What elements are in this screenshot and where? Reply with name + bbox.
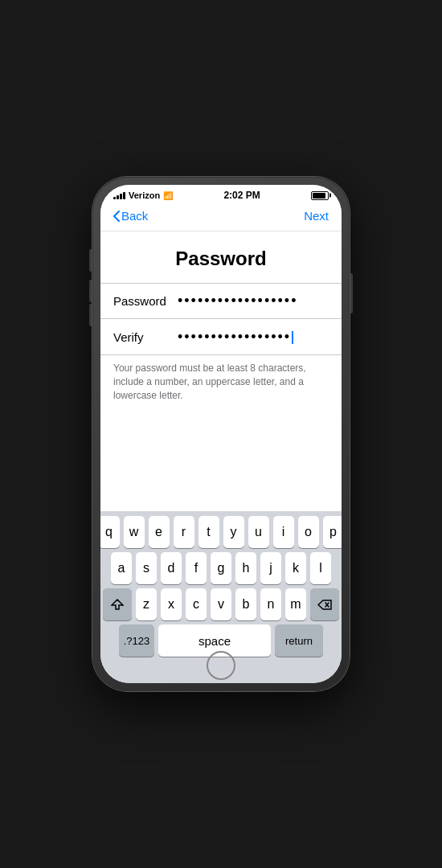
verify-value[interactable]: ••••••••••••••••• bbox=[178, 329, 329, 346]
key-u[interactable]: u bbox=[248, 516, 269, 548]
wifi-icon: 📶 bbox=[163, 191, 173, 200]
key-w[interactable]: w bbox=[124, 516, 145, 548]
keyboard-row-1: q w e r t y u i o p bbox=[103, 516, 339, 548]
phone-screen: Verizon 📶 2:02 PM Back Next Password bbox=[100, 185, 342, 683]
key-m[interactable]: m bbox=[285, 588, 306, 620]
key-f[interactable]: f bbox=[186, 552, 207, 584]
key-p[interactable]: p bbox=[323, 516, 342, 548]
backspace-key[interactable] bbox=[310, 588, 339, 620]
key-c[interactable]: c bbox=[186, 588, 207, 620]
key-t[interactable]: t bbox=[198, 516, 219, 548]
verify-row: Verify ••••••••••••••••• bbox=[100, 319, 342, 354]
status-time: 2:02 PM bbox=[223, 190, 260, 201]
password-row: Password •••••••••••••••••• bbox=[100, 284, 342, 319]
key-n[interactable]: n bbox=[260, 588, 281, 620]
return-key[interactable]: return bbox=[275, 624, 323, 657]
key-a[interactable]: a bbox=[111, 552, 132, 584]
nav-bar: Back Next bbox=[100, 204, 342, 231]
keyboard-row-3: z x c v b n m bbox=[103, 588, 339, 620]
key-b[interactable]: b bbox=[235, 588, 256, 620]
status-bar: Verizon 📶 2:02 PM bbox=[100, 185, 342, 204]
key-i[interactable]: i bbox=[273, 516, 294, 548]
verify-label: Verify bbox=[113, 330, 178, 344]
key-s[interactable]: s bbox=[136, 552, 157, 584]
key-y[interactable]: y bbox=[223, 516, 244, 548]
key-l[interactable]: l bbox=[310, 552, 331, 584]
back-button[interactable]: Back bbox=[113, 209, 148, 223]
status-left: Verizon 📶 bbox=[113, 190, 173, 200]
keyboard: q w e r t y u i o p a s d f g h j k bbox=[100, 511, 342, 664]
chevron-left-icon bbox=[113, 211, 120, 222]
key-h[interactable]: h bbox=[235, 552, 256, 584]
shift-icon bbox=[111, 599, 124, 610]
key-o[interactable]: o bbox=[298, 516, 319, 548]
page-title: Password bbox=[100, 231, 342, 283]
key-j[interactable]: j bbox=[260, 552, 281, 584]
symbols-key[interactable]: .?123 bbox=[119, 624, 154, 657]
key-k[interactable]: k bbox=[285, 552, 306, 584]
keyboard-row-2: a s d f g h j k l bbox=[103, 552, 339, 584]
status-right bbox=[311, 191, 329, 200]
next-button[interactable]: Next bbox=[304, 209, 329, 223]
key-z[interactable]: z bbox=[136, 588, 157, 620]
key-g[interactable]: g bbox=[211, 552, 231, 584]
hint-text: Your password must be at least 8 charact… bbox=[100, 355, 342, 415]
main-content: Password Password •••••••••••••••••• Ver… bbox=[100, 231, 342, 511]
back-label: Back bbox=[121, 209, 148, 223]
password-label: Password bbox=[113, 294, 178, 308]
key-e[interactable]: e bbox=[149, 516, 170, 548]
phone-frame: Verizon 📶 2:02 PM Back Next Password bbox=[92, 177, 350, 691]
key-r[interactable]: r bbox=[174, 516, 194, 548]
signal-icon bbox=[113, 191, 125, 199]
password-value[interactable]: •••••••••••••••••• bbox=[178, 293, 329, 309]
shift-key[interactable] bbox=[103, 588, 132, 620]
key-d[interactable]: d bbox=[161, 552, 182, 584]
form-section: Password •••••••••••••••••• Verify •••••… bbox=[100, 283, 342, 355]
key-x[interactable]: x bbox=[161, 588, 182, 620]
key-q[interactable]: q bbox=[100, 516, 120, 548]
key-v[interactable]: v bbox=[211, 588, 231, 620]
backspace-icon bbox=[317, 600, 332, 610]
home-button[interactable] bbox=[207, 651, 235, 680]
battery-icon bbox=[311, 191, 329, 200]
carrier-label: Verizon bbox=[129, 190, 160, 200]
